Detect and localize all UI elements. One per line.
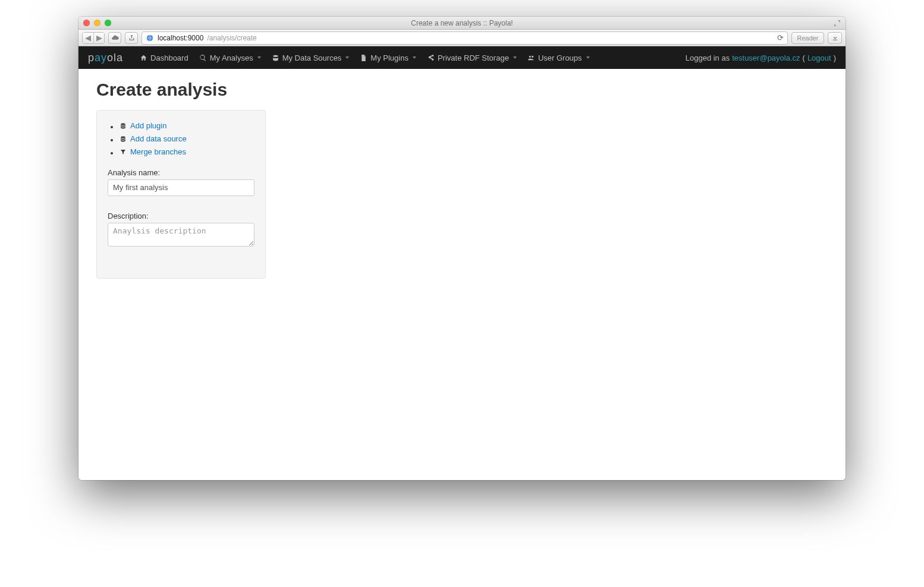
nav-my-plugins[interactable]: My Plugins	[360, 53, 416, 62]
description-label: Description:	[108, 212, 254, 220]
file-icon	[360, 54, 367, 62]
app-navbar: payola Dashboard My Analyses My Data Sou…	[78, 46, 846, 69]
nav-label: My Data Sources	[282, 53, 342, 62]
nav-user-info: Logged in as testuser@payola.cz (Logout)	[686, 53, 836, 62]
nav-label: User Groups	[538, 53, 582, 62]
list-item: Merge branches	[120, 146, 254, 159]
cloud-icon	[111, 34, 119, 42]
brand-logo[interactable]: payola	[88, 52, 123, 64]
create-analysis-panel: Add plugin Add data source Merge branche…	[96, 110, 266, 279]
home-icon	[140, 54, 147, 62]
page-body: Create analysis Add plugin Add data sour…	[78, 69, 846, 289]
nav-my-analyses[interactable]: My Analyses	[199, 53, 261, 62]
logout-link[interactable]: Logout	[807, 53, 831, 62]
traffic-lights	[83, 20, 111, 26]
icloud-button[interactable]	[108, 32, 121, 44]
chevron-down-icon	[345, 56, 349, 59]
merge-branches-link[interactable]: Merge branches	[120, 146, 186, 158]
users-icon	[527, 54, 535, 62]
address-bar[interactable]: localhost:9000/analysis/create ⟳	[142, 31, 788, 45]
logged-in-prefix: Logged in as	[686, 53, 730, 62]
back-button[interactable]: ◀	[83, 33, 93, 43]
browser-toolbar: ◀ ▶ localhost:9000/analysis/create ⟳ Rea…	[78, 30, 846, 46]
paren: )	[834, 53, 836, 62]
nav-label: Private RDF Storage	[438, 53, 509, 62]
browser-window: Create a new analysis :: Payola! ◀ ▶ loc…	[78, 17, 846, 480]
zoom-window-button[interactable]	[105, 20, 111, 26]
minimize-window-button[interactable]	[94, 20, 100, 26]
add-data-source-link[interactable]: Add data source	[120, 133, 187, 145]
database-icon	[120, 122, 127, 130]
chevron-down-icon	[257, 56, 261, 59]
globe-icon	[146, 34, 154, 42]
page-viewport: payola Dashboard My Analyses My Data Sou…	[78, 46, 846, 480]
downloads-button[interactable]	[828, 32, 842, 44]
page-title: Create analysis	[96, 80, 828, 99]
action-label: Add data source	[130, 133, 187, 145]
chevron-down-icon	[586, 56, 590, 59]
share-button[interactable]	[125, 32, 138, 44]
action-label: Add plugin	[130, 120, 166, 132]
database-icon	[272, 54, 279, 62]
reload-button[interactable]: ⟳	[777, 33, 784, 42]
window-title: Create a new analysis :: Payola!	[78, 19, 846, 27]
add-plugin-link[interactable]: Add plugin	[120, 120, 166, 132]
brand-part: p	[88, 52, 95, 64]
fullscreen-icon[interactable]	[834, 20, 841, 27]
chevron-down-icon	[513, 56, 517, 59]
database-icon	[120, 135, 127, 143]
paren: (	[803, 53, 805, 62]
window-titlebar: Create a new analysis :: Payola!	[78, 17, 846, 30]
forward-button[interactable]: ▶	[93, 33, 104, 43]
download-icon	[831, 34, 839, 42]
nav-dashboard[interactable]: Dashboard	[140, 53, 188, 62]
nav-label: My Plugins	[370, 53, 408, 62]
nav-user-groups[interactable]: User Groups	[527, 53, 590, 62]
list-item: Add data source	[120, 133, 254, 146]
nav-back-forward: ◀ ▶	[82, 32, 105, 44]
url-path: /analysis/create	[207, 34, 256, 42]
nav-my-data-sources[interactable]: My Data Sources	[272, 53, 350, 62]
reader-button[interactable]: Reader	[791, 32, 824, 44]
user-email-link[interactable]: testuser@payola.cz	[732, 53, 800, 62]
filter-icon	[120, 149, 127, 156]
analysis-name-label: Analysis name:	[108, 168, 254, 177]
close-window-button[interactable]	[83, 20, 90, 26]
share-icon	[427, 54, 435, 62]
brand-part: ola	[107, 52, 123, 64]
description-textarea[interactable]	[108, 223, 254, 247]
chevron-down-icon	[413, 56, 416, 59]
action-label: Merge branches	[130, 146, 186, 158]
nav-private-rdf-storage[interactable]: Private RDF Storage	[427, 53, 517, 62]
nav-label: My Analyses	[210, 53, 253, 62]
url-host: localhost:9000	[158, 34, 203, 42]
analysis-name-input[interactable]	[108, 179, 254, 196]
brand-part: ay	[95, 52, 107, 64]
nav-label: Dashboard	[150, 53, 188, 62]
action-list: Add plugin Add data source Merge branche…	[108, 120, 254, 160]
search-icon	[199, 54, 207, 62]
list-item: Add plugin	[120, 120, 254, 133]
share-icon	[128, 34, 136, 42]
